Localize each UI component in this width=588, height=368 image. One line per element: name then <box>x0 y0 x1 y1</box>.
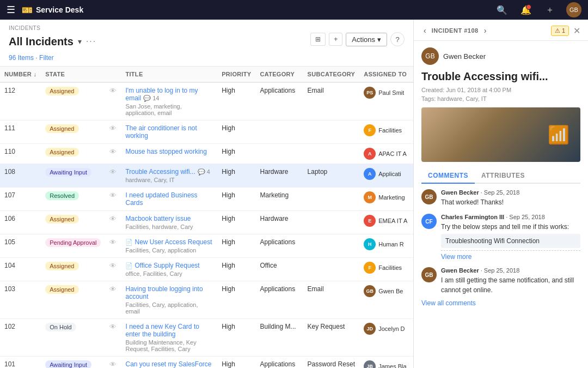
eye-icon[interactable]: 👁 <box>109 148 117 156</box>
incident-number: 101 <box>0 357 41 369</box>
table-row[interactable]: 101 Awaiting Input 👁 Can you reset my Sa… <box>0 357 413 369</box>
assigned-name: Jocelyn D <box>378 325 405 332</box>
actions-label: Actions <box>352 35 375 44</box>
incident-title-link[interactable]: Mouse has stopped working <box>125 148 206 155</box>
incidents-header: INCIDENTS All Incidents ▾ ··· ⊞ + Action… <box>0 20 413 67</box>
incident-priority: High <box>217 164 255 188</box>
incident-subcategory <box>303 188 360 211</box>
col-number[interactable]: NUMBER ↓ <box>0 67 41 82</box>
assigned-name: EMEA IT A <box>378 218 407 224</box>
incident-title-link[interactable]: I'm unable to log in to my email <box>125 87 198 102</box>
col-state[interactable]: STATE <box>41 67 105 82</box>
table-row[interactable]: 110 Assigned 👁 Mouse has stopped working… <box>0 144 413 164</box>
incident-title-link[interactable]: Can you reset my SalesForce Password <box>125 360 211 368</box>
table-row[interactable]: 102 On Hold 👁 I need a new Key Card to e… <box>0 319 413 357</box>
col-category[interactable]: CATEGORY <box>256 67 303 82</box>
incident-category: Hardware <box>256 164 303 188</box>
incident-title-link[interactable]: I need a new Key Card to enter the build… <box>125 323 199 338</box>
col-subcategory[interactable]: SUBCATEGORY <box>303 67 360 82</box>
grid-view-button[interactable]: ⊞ <box>310 33 326 46</box>
comment-avatar: GB <box>421 189 437 204</box>
incident-priority: High <box>217 120 255 144</box>
incident-title-cell: 📄New User Access Request Facilities, Car… <box>121 234 217 258</box>
comment-text: That worked! Thanks! <box>441 197 580 207</box>
top-navigation: ☰ 🎫 Service Desk 🔍 🔔 ＋ GB <box>0 0 588 20</box>
add-incident-button[interactable]: + <box>329 33 342 46</box>
add-icon[interactable]: ＋ <box>542 2 558 17</box>
eye-icon[interactable]: 👁 <box>109 87 117 95</box>
incident-subtitle: San Jose, marketing, application, email <box>125 103 213 116</box>
assigned-name: Facilities <box>378 127 402 134</box>
table-row[interactable]: 106 Assigned 👁 Macbook battery issue Fac… <box>0 211 413 234</box>
col-title[interactable]: TITLE <box>121 67 217 82</box>
col-assigned[interactable]: ASSIGNED TO <box>359 67 413 82</box>
app-title: Service Desk <box>36 5 83 14</box>
actions-button[interactable]: Actions ▾ <box>346 33 387 46</box>
detail-tabs: COMMENTS ATTRIBUTES <box>421 168 580 184</box>
detail-created: Created: Jun 01, 2018 at 4:00 PM <box>421 87 580 93</box>
attachment-icon: 📄 <box>125 239 133 245</box>
eye-icon[interactable]: 👁 <box>109 323 117 331</box>
table-row[interactable]: 103 Assigned 👁 Having trouble logging in… <box>0 281 413 319</box>
eye-icon[interactable]: 👁 <box>109 285 117 293</box>
state-badge: Assigned <box>45 148 78 156</box>
help-button[interactable]: ? <box>390 32 405 46</box>
notifications-icon[interactable]: 🔔 <box>518 2 534 17</box>
close-detail-button[interactable]: ✕ <box>573 26 580 36</box>
comment-avatar: GB <box>421 267 437 282</box>
incident-state: Pending Approval <box>41 234 105 258</box>
title-caret[interactable]: ▾ <box>78 37 82 46</box>
eye-icon[interactable]: 👁 <box>109 360 117 368</box>
incident-assigned: A Applicati <box>359 164 413 188</box>
state-badge: On Hold <box>45 323 76 331</box>
prev-incident-button[interactable]: ‹ <box>421 25 428 36</box>
comment-count: 💬 4 <box>198 168 210 176</box>
eye-icon[interactable]: 👁 <box>109 168 117 176</box>
incident-priority: High <box>217 281 255 319</box>
comment-divider <box>441 250 580 251</box>
table-row[interactable]: 104 Assigned 👁 📄Office Supply Request of… <box>0 258 413 281</box>
filter-link[interactable]: Filter <box>39 54 54 62</box>
incident-title-link[interactable]: Trouble Accessing wifi... <box>125 168 195 176</box>
table-row[interactable]: 107 Resolved 👁 I need updated Business C… <box>0 188 413 211</box>
incident-title-cell: I need a new Key Card to enter the build… <box>121 319 217 357</box>
incidents-menu[interactable]: ··· <box>86 37 96 46</box>
detail-image: 📶 <box>421 107 580 162</box>
incident-assigned: F Facilities <box>359 120 413 144</box>
logo-icon: 🎫 <box>22 5 33 15</box>
view-more-link[interactable]: View more <box>441 253 580 261</box>
tab-attributes[interactable]: ATTRIBUTES <box>475 168 531 184</box>
incident-title-link[interactable]: Macbook battery issue <box>125 215 191 222</box>
table-row[interactable]: 111 Assigned 👁 The air conditioner is no… <box>0 120 413 144</box>
incident-id: INCIDENT #108 <box>432 27 479 34</box>
incident-assigned: A APAC IT A <box>359 144 413 164</box>
eye-icon[interactable]: 👁 <box>109 215 117 223</box>
table-row[interactable]: 108 Awaiting Input 👁 Trouble Accessing w… <box>0 164 413 188</box>
eye-icon[interactable]: 👁 <box>109 124 117 132</box>
incident-subcategory <box>303 258 360 281</box>
assigned-name: James Bla <box>378 363 406 368</box>
assigned-avatar: F <box>364 262 376 274</box>
table-row[interactable]: 112 Assigned 👁 I'm unable to log in to m… <box>0 82 413 120</box>
incident-title-link[interactable]: Having trouble logging into account <box>125 285 203 300</box>
incident-assigned: PS Paul Smit <box>359 82 413 120</box>
next-incident-button[interactable]: › <box>482 25 489 36</box>
eye-icon[interactable]: 👁 <box>109 238 117 246</box>
incident-title-link[interactable]: I need updated Business Cards <box>125 191 197 207</box>
tab-comments[interactable]: COMMENTS <box>421 168 475 184</box>
table-row[interactable]: 105 Pending Approval 👁 📄New User Access … <box>0 234 413 258</box>
incident-title-link[interactable]: Office Supply Request <box>134 262 199 269</box>
eye-icon[interactable]: 👁 <box>109 191 117 200</box>
hamburger-menu[interactable]: ☰ <box>7 4 15 16</box>
view-all-comments-link[interactable]: View all comments <box>421 299 580 307</box>
assigned-avatar: M <box>364 191 376 203</box>
incident-title-cell: Having trouble logging into account Faci… <box>121 281 217 319</box>
col-eye <box>105 67 121 82</box>
incident-title-link[interactable]: New User Access Request <box>134 238 212 246</box>
search-icon[interactable]: 🔍 <box>494 2 510 17</box>
eye-icon[interactable]: 👁 <box>109 262 117 270</box>
col-priority[interactable]: PRIORITY <box>217 67 255 82</box>
incident-title-link[interactable]: The air conditioner is not working <box>125 124 197 140</box>
user-avatar[interactable]: GB <box>566 2 581 17</box>
title-row: All Incidents ▾ ··· ⊞ + Actions ▾ ? <box>9 32 405 51</box>
